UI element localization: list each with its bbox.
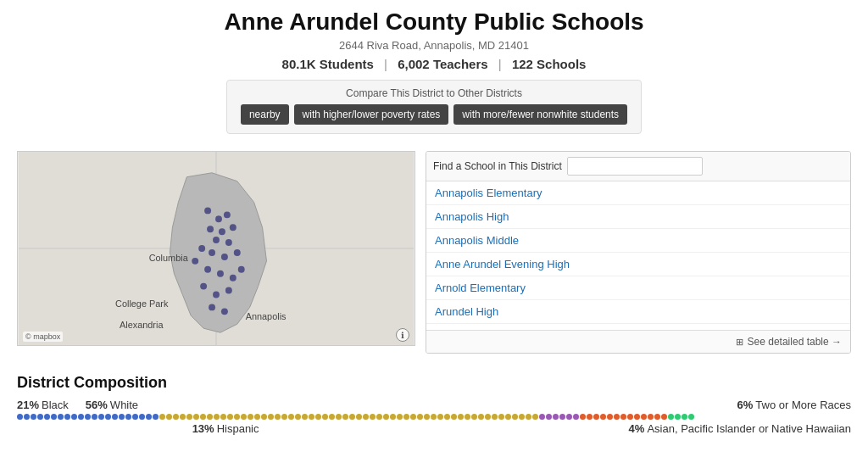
composition-dot	[593, 414, 599, 420]
composition-dot	[241, 414, 247, 420]
composition-dot	[356, 414, 362, 420]
comp-label-hispanic: 13%Hispanic	[192, 422, 259, 435]
composition-dot	[132, 414, 138, 420]
composition-dot	[268, 414, 274, 420]
composition-dot	[485, 414, 491, 420]
composition-dot	[186, 414, 192, 420]
svg-point-16	[192, 258, 198, 265]
compare-nonwhite-button[interactable]: with more/fewer nonwhite students	[453, 104, 627, 125]
composition-dot	[648, 414, 654, 420]
compare-box: Compare This District to Other Districts…	[226, 80, 642, 134]
composition-dot	[546, 414, 552, 420]
svg-text:Annapolis: Annapolis	[246, 311, 287, 321]
composition-dot	[58, 414, 64, 420]
composition-dot	[512, 414, 518, 420]
composition-dot	[98, 414, 104, 420]
school-list-item[interactable]: Annapolis Elementary	[426, 181, 850, 205]
sep1: |	[384, 57, 387, 71]
school-list-item[interactable]: Arundel High	[426, 300, 850, 324]
composition-dot	[417, 414, 423, 420]
composition-dot	[492, 414, 498, 420]
footer-label: See detailed table →	[748, 336, 842, 348]
svg-point-22	[213, 292, 220, 298]
composition-dot	[566, 414, 572, 420]
composition-dot	[654, 414, 660, 420]
address: 2644 Riva Road, Annapolis, MD 21401	[17, 39, 851, 52]
composition-dot	[539, 414, 545, 420]
composition-dot	[376, 414, 382, 420]
composition-dot	[44, 414, 50, 420]
composition-dot	[329, 414, 335, 420]
composition-dot	[214, 414, 220, 420]
composition-dot	[139, 414, 145, 420]
composition-dot	[498, 414, 504, 420]
svg-point-24	[209, 304, 215, 310]
compare-poverty-button[interactable]: with higher/lower poverty rates	[294, 104, 449, 125]
school-search-input[interactable]	[567, 157, 703, 176]
composition-dot	[682, 414, 687, 420]
composition-dot	[553, 414, 559, 420]
students-stat: 80.1K Students	[282, 57, 374, 71]
svg-point-18	[217, 270, 224, 277]
composition-dot	[322, 414, 328, 420]
composition-dot	[17, 414, 23, 420]
composition-dot	[519, 414, 525, 420]
composition-dot	[627, 414, 633, 420]
school-search-row: Find a School in This District	[426, 152, 850, 181]
svg-point-20	[238, 266, 245, 273]
composition-dot	[71, 414, 77, 420]
stats-row: 80.1K Students | 6,002 Teachers | 122 Sc…	[17, 57, 851, 71]
svg-point-21	[225, 287, 232, 294]
compare-buttons: nearby with higher/lower poverty rates w…	[241, 104, 627, 125]
composition-dot	[437, 414, 443, 420]
header-section: Anne Arundel County Public Schools 2644 …	[17, 8, 851, 144]
school-list-item[interactable]: Arnold Elementary	[426, 276, 850, 300]
comp-label-black: 21%Black	[17, 399, 69, 411]
composition-dot	[573, 414, 579, 420]
composition-dot	[37, 414, 43, 420]
schools-stat: 122 Schools	[512, 57, 587, 71]
composition-dot	[295, 414, 301, 420]
svg-point-4	[204, 207, 211, 214]
composition-dot	[153, 414, 159, 420]
composition-dot	[78, 414, 84, 420]
map-container: Columbia Alexandria College Park College…	[17, 151, 415, 346]
composition-dot	[478, 414, 484, 420]
composition-dot	[234, 414, 240, 420]
composition-dot	[302, 414, 308, 420]
composition-dot	[424, 414, 430, 420]
svg-text:College Park: College Park	[115, 298, 169, 309]
svg-point-13	[221, 254, 228, 260]
page-wrapper: Anne Arundel County Public Schools 2644 …	[0, 0, 868, 448]
composition-dot	[600, 414, 606, 420]
school-list-item[interactable]: Arundel Middle	[426, 324, 850, 330]
composition-dot	[505, 414, 511, 420]
composition-dot	[125, 414, 131, 420]
composition-dot	[410, 414, 416, 420]
composition-dot	[471, 414, 477, 420]
composition-dot	[668, 414, 674, 420]
map-svg: Columbia Alexandria College Park College…	[18, 152, 415, 345]
svg-point-6	[224, 211, 231, 218]
school-list-item[interactable]: Annapolis Middle	[426, 229, 850, 253]
school-list-item[interactable]: Anne Arundel Evening High	[426, 253, 850, 276]
composition-dot	[349, 414, 355, 420]
school-list-footer[interactable]: ⊞ See detailed table →	[426, 330, 850, 353]
compare-label: Compare This District to Other Districts	[241, 87, 627, 99]
composition-dot	[620, 414, 626, 420]
composition-dot	[166, 414, 172, 420]
school-list-panel: Find a School in This District Annapolis…	[426, 151, 851, 354]
composition-dot	[112, 414, 118, 420]
composition-labels-top: 21%Black56%White6%Two or More Races	[17, 399, 851, 411]
composition-dot	[261, 414, 267, 420]
map-info-button[interactable]: ℹ	[396, 328, 409, 342]
svg-point-14	[209, 249, 215, 256]
composition-dot	[200, 414, 206, 420]
svg-point-9	[207, 226, 214, 232]
composition-dot	[31, 414, 36, 420]
svg-point-5	[215, 215, 222, 222]
compare-nearby-button[interactable]: nearby	[241, 104, 289, 125]
composition-dot	[607, 414, 613, 420]
svg-point-17	[204, 266, 211, 273]
school-list-item[interactable]: Annapolis High	[426, 205, 850, 229]
